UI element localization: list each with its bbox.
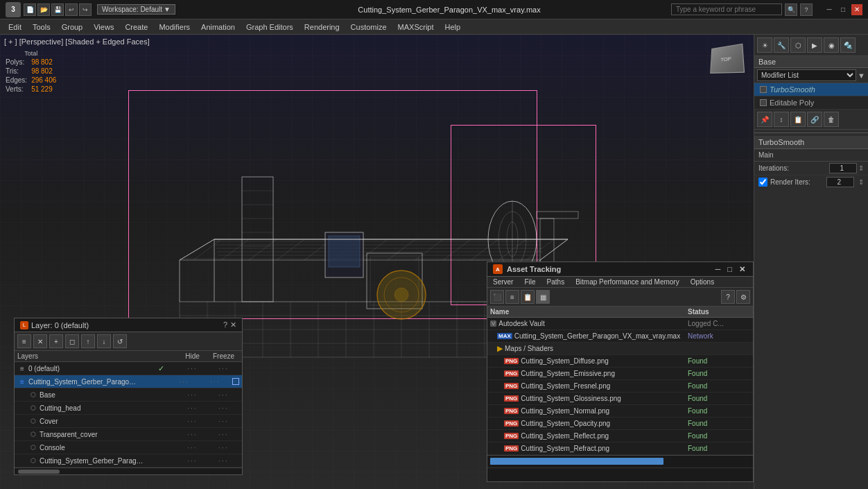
- save-file-icon[interactable]: 💾: [51, 3, 64, 16]
- title-filename: Cutting_System_Gerber_Paragon_VX_max_vra…: [227, 6, 671, 14]
- layer-remove-selection-icon[interactable]: ↓: [97, 334, 111, 348]
- asset-menu-file[interactable]: File: [519, 277, 541, 287]
- layer-scrollbar-thumb[interactable]: [18, 470, 60, 474]
- asset-row[interactable]: PNG Cutting_System_Glossiness.png Found: [487, 393, 753, 405]
- layer-add-selection-icon[interactable]: ↑: [81, 334, 95, 348]
- stats-table: Total Polys: 98 802 Tris: 98 802 Edges: …: [4, 49, 60, 94]
- undo-icon[interactable]: ↩: [65, 3, 78, 16]
- nav-cube[interactable]: TOP: [705, 42, 747, 83]
- rp-icon-modifier[interactable]: 🔧: [774, 37, 789, 53]
- modifier-list-select[interactable]: Modifier List: [757, 69, 856, 81]
- modifier-list-arrow[interactable]: ▼: [858, 71, 865, 80]
- menu-customize[interactable]: Customize: [345, 22, 392, 33]
- asset-toolbar-icon3[interactable]: 📋: [521, 290, 535, 304]
- layer-panel-close[interactable]: ✕: [230, 320, 236, 329]
- asset-row[interactable]: V Autodesk Vault Logged C...: [487, 318, 753, 330]
- layer-select-objects-icon[interactable]: ◻: [65, 334, 79, 348]
- rp-icon-motion[interactable]: ▶: [807, 37, 822, 53]
- asset-toolbar-icon1[interactable]: ⬛: [490, 290, 504, 304]
- asset-row[interactable]: PNG Cutting_System_Diffuse.png Found: [487, 355, 753, 368]
- layer-item[interactable]: ⬡ Console ··· ···: [15, 441, 242, 454]
- layer-item[interactable]: ⬡ Transparent_cover ··· ···: [15, 428, 242, 441]
- asset-row-group[interactable]: ▶ Maps / Shaders: [487, 343, 753, 355]
- rp-tool-instance[interactable]: 🔗: [807, 112, 822, 127]
- rp-tool-copy[interactable]: 📋: [790, 112, 806, 127]
- turbosmooth-modifier-item[interactable]: TurboSmooth: [754, 83, 868, 96]
- iterations-input[interactable]: [829, 163, 857, 173]
- svg-line-26: [388, 239, 415, 260]
- menu-rendering[interactable]: Rendering: [299, 22, 345, 33]
- layer-item[interactable]: ⬡ Cutting_head ··· ···: [15, 402, 242, 415]
- render-iters-input[interactable]: [826, 177, 854, 187]
- layer-refresh-icon[interactable]: ↺: [113, 334, 127, 348]
- asset-close-button[interactable]: ✕: [737, 265, 747, 274]
- asset-row[interactable]: PNG Cutting_System_Normal.png Found: [487, 405, 753, 418]
- iterations-spinner[interactable]: ⇕: [858, 164, 864, 172]
- viewport[interactable]: [ + ] [Perspective] [Shaded + Edged Face…: [0, 35, 754, 489]
- asset-toolbar-settings[interactable]: ⚙: [736, 290, 750, 304]
- asset-menu-options[interactable]: Options: [685, 277, 720, 287]
- asset-row[interactable]: MAX Cutting_System_Gerber_Paragon_VX_max…: [487, 330, 753, 343]
- menu-create[interactable]: Create: [119, 22, 153, 33]
- asset-minimize-button[interactable]: ─: [713, 265, 723, 274]
- open-file-icon[interactable]: 📂: [37, 3, 50, 16]
- verts-label: Verts:: [6, 85, 30, 93]
- asset-row[interactable]: PNG Cutting_System_Opacity.png Found: [487, 418, 753, 430]
- menu-tools[interactable]: Tools: [27, 22, 56, 33]
- rp-tool-delete[interactable]: 🗑: [824, 112, 839, 127]
- search-input[interactable]: [671, 3, 782, 15]
- nav-cube-box[interactable]: TOP: [710, 44, 745, 74]
- rp-tool-move[interactable]: ↕: [774, 112, 789, 127]
- menu-views[interactable]: Views: [88, 22, 119, 33]
- rp-icon-utility[interactable]: 🔩: [840, 37, 856, 53]
- layer-panel-question[interactable]: ?: [223, 320, 227, 329]
- layer-scrollbar[interactable]: [15, 467, 242, 474]
- render-iters-spinner[interactable]: ⇕: [858, 178, 864, 186]
- new-file-icon[interactable]: 📄: [24, 3, 36, 16]
- rp-icon-hierarchy[interactable]: ⬡: [790, 37, 806, 53]
- asset-toolbar-icon2[interactable]: ≡: [505, 290, 519, 304]
- close-button[interactable]: ✕: [851, 4, 862, 15]
- layer-add-icon[interactable]: +: [49, 334, 63, 348]
- help-icon[interactable]: ?: [800, 3, 813, 16]
- search-icon[interactable]: 🔍: [785, 3, 797, 16]
- asset-toolbar-help[interactable]: ?: [721, 290, 735, 304]
- minimize-button[interactable]: ─: [824, 4, 835, 15]
- menu-help[interactable]: Help: [440, 22, 467, 33]
- restore-button[interactable]: □: [837, 4, 849, 15]
- asset-row[interactable]: PNG Cutting_System_Refract.png Found: [487, 443, 753, 455]
- object-icon: ⬡: [28, 403, 38, 413]
- asset-row[interactable]: PNG Cutting_System_Fresnel.png Found: [487, 380, 753, 393]
- render-iters-checkbox-row: Render Iters: ⇕: [754, 175, 868, 189]
- rp-tool-pin[interactable]: 📌: [757, 112, 772, 127]
- menu-graph-editors[interactable]: Graph Editors: [241, 22, 299, 33]
- rp-icon-render[interactable]: ☀: [757, 37, 772, 53]
- menu-group[interactable]: Group: [56, 22, 89, 33]
- modifier-checkbox[interactable]: [760, 99, 767, 106]
- menu-maxscript[interactable]: MAXScript: [392, 22, 440, 33]
- menu-animation[interactable]: Animation: [196, 22, 241, 33]
- asset-row[interactable]: PNG Cutting_System_Emissive.png Found: [487, 368, 753, 380]
- asset-row[interactable]: PNG Cutting_System_Reflect.png Found: [487, 430, 753, 443]
- modifier-checkbox[interactable]: [760, 86, 767, 93]
- layer-set-active-icon[interactable]: ≡: [17, 334, 31, 348]
- menu-edit[interactable]: Edit: [3, 22, 27, 33]
- workspace-selector[interactable]: Workspace: Default ▼: [97, 4, 175, 15]
- layer-item[interactable]: ≡ 0 (default) ✓ ··· ···: [15, 362, 242, 375]
- redo-icon[interactable]: ↪: [79, 3, 92, 16]
- layer-item[interactable]: ⬡ Base ··· ···: [15, 388, 242, 402]
- asset-menu-bitmap-perf[interactable]: Bitmap Performance and Memory: [570, 277, 685, 287]
- asset-toolbar-icon4[interactable]: ▦: [536, 290, 550, 304]
- layer-panel-titlebar: L Layer: 0 (default) ? ✕: [15, 318, 242, 332]
- asset-menu-paths[interactable]: Paths: [541, 277, 571, 287]
- layer-item[interactable]: ⬡ Cover ··· ···: [15, 415, 242, 428]
- menu-modifiers[interactable]: Modifiers: [153, 22, 196, 33]
- editable-poly-modifier-item[interactable]: Editable Poly: [754, 96, 868, 110]
- layer-item[interactable]: ⬡ Cutting_System_Gerber_Paragon_VX ··· ·…: [15, 454, 242, 467]
- asset-menu-server[interactable]: Server: [487, 277, 519, 287]
- layer-delete-icon[interactable]: ✕: [33, 334, 47, 348]
- render-iters-checkbox[interactable]: [758, 178, 767, 187]
- layer-item[interactable]: ≡ Cutting_System_Gerber_Paragon_VX ··· ·…: [15, 375, 242, 388]
- asset-restore-button[interactable]: □: [725, 265, 734, 274]
- rp-icon-display[interactable]: ◉: [824, 37, 839, 53]
